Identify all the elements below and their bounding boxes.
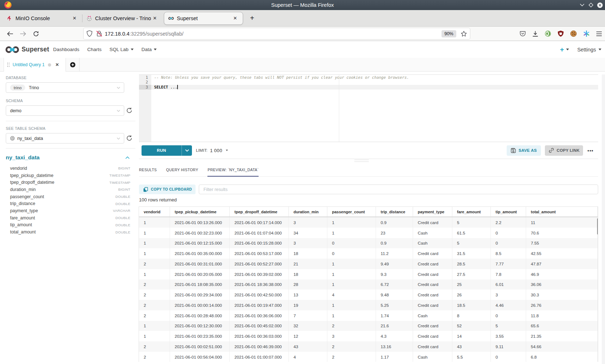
lock-insecure-icon[interactable] xyxy=(96,30,103,37)
downloads-icon[interactable] xyxy=(532,31,538,37)
refresh-tables-icon[interactable] xyxy=(126,135,133,141)
results-tab-results[interactable]: RESULTS xyxy=(139,164,157,176)
drag-handle-icon[interactable] xyxy=(7,63,10,67)
ublock-icon[interactable] xyxy=(557,30,564,37)
table-cell: 26.76 xyxy=(526,300,598,310)
tab-close-icon[interactable]: ✕ xyxy=(71,15,79,21)
nav-item-charts[interactable]: Charts xyxy=(83,47,106,52)
results-tab-preview-ny-taxi-data[interactable]: PREVIEW: `NY_TAXI_DATA` xyxy=(207,164,259,176)
sidebar-column-row[interactable]: total_amountDOUBLE xyxy=(6,228,135,236)
collapse-chevron-up-icon[interactable] xyxy=(125,156,130,159)
add-query-tab-button[interactable] xyxy=(66,58,80,72)
table-row[interactable]: 12021-06-01 00:20:05.0002021-06-01 00:39… xyxy=(139,269,598,279)
sidebar-column-row[interactable]: trip_distanceDOUBLE xyxy=(6,200,135,207)
table-row[interactable]: 12021-06-01 00:12:15.0002021-06-01 00:15… xyxy=(139,238,598,249)
nav-item-dashboards[interactable]: Dashboards xyxy=(49,47,84,52)
table-row[interactable]: 22021-06-01 00:56:04.0002021-06-01 01:00… xyxy=(139,352,598,362)
sidebar-column-row[interactable]: fare_amountDOUBLE xyxy=(6,214,135,222)
table-header-cell[interactable]: vendorid xyxy=(139,207,170,217)
table-row[interactable]: 22021-06-01 00:29:34.0002021-06-01 00:42… xyxy=(139,290,598,300)
browser-tab-superset[interactable]: Superset ✕ xyxy=(164,12,243,25)
table-cell: 11.2 xyxy=(376,248,413,259)
table-cell: 2 xyxy=(327,352,376,362)
table-select[interactable]: ny_taxi_data xyxy=(6,133,124,144)
table-header-cell[interactable]: passenger_count xyxy=(327,207,376,217)
table-row[interactable]: 22021-06-01 00:28:48.0002021-06-01 00:36… xyxy=(139,310,598,321)
page-scrollbar-track[interactable] xyxy=(602,74,605,364)
sql-editor[interactable]: 123 -- Note: Unless you save your query,… xyxy=(139,74,598,142)
sidebar-column-row[interactable]: tip_amountDOUBLE xyxy=(6,222,135,229)
extension-green-icon[interactable] xyxy=(544,30,551,37)
menu-hamburger-icon[interactable] xyxy=(596,31,602,36)
settings-menu[interactable]: Settings xyxy=(577,47,601,53)
save-as-button[interactable]: SAVE AS xyxy=(507,145,541,156)
table-cell: 7 xyxy=(289,310,327,321)
add-new-menu[interactable]: + xyxy=(560,46,569,53)
nav-item-sql-lab[interactable]: SQL Lab xyxy=(106,47,138,52)
table-row[interactable]: 22021-06-01 18:08:35.0002021-06-01 18:36… xyxy=(139,279,598,290)
back-button[interactable] xyxy=(4,28,16,40)
table-cell: 1 xyxy=(327,269,376,279)
table-cell: 11 xyxy=(526,217,598,228)
see-table-schema-label: SEE TABLE SCHEMA xyxy=(6,126,135,131)
more-options-icon[interactable]: ••• xyxy=(587,148,593,153)
bookmark-star-icon[interactable] xyxy=(461,31,467,37)
browser-tab-trino[interactable]: Cluster Overview - Trino ✕ xyxy=(82,10,162,26)
sidebar-column-row[interactable]: vendoridBIGINT xyxy=(6,165,135,172)
superset-logo[interactable]: Superset xyxy=(5,46,49,54)
table-header-cell[interactable]: duration_min xyxy=(289,207,327,217)
table-row[interactable]: 22021-06-01 00:31:01.0002021-06-01 00:52… xyxy=(139,259,598,269)
nav-item-data[interactable]: Data xyxy=(138,47,161,52)
tab-close-icon[interactable]: ✕ xyxy=(231,15,239,21)
pane-resize-handle[interactable] xyxy=(354,160,369,163)
run-button[interactable]: RUN xyxy=(142,145,192,156)
schema-select[interactable]: demo xyxy=(6,105,124,116)
table-header-cell[interactable]: tpep_pickup_datetime xyxy=(170,207,230,217)
tab-close-icon[interactable]: ✕ xyxy=(151,15,159,21)
table-row[interactable]: 22021-06-01 00:02:51.0002021-06-01 00:46… xyxy=(139,341,598,352)
table-row[interactable]: 22021-06-01 00:00:14.0002021-06-01 00:19… xyxy=(139,300,598,310)
reload-button[interactable] xyxy=(30,28,42,40)
window-close-icon[interactable] xyxy=(597,2,603,8)
table-header-cell[interactable]: trip_distance xyxy=(376,207,413,217)
table-header-cell[interactable]: fare_amount xyxy=(452,207,491,217)
shield-icon[interactable] xyxy=(86,30,93,37)
copy-to-clipboard-button[interactable]: COPY TO CLIPBOARD xyxy=(139,185,196,194)
run-caret-icon[interactable] xyxy=(182,145,192,156)
sidebar-column-row[interactable]: payment_typeVARCHAR xyxy=(6,207,135,214)
query-tab-close-icon[interactable]: ✕ xyxy=(55,62,59,67)
sidebar-column-row[interactable]: tpep_dropoff_datetimeTIMESTAMP xyxy=(6,179,135,186)
query-tab-untitled[interactable]: Untitled Query 1 ✕ xyxy=(4,58,66,72)
table-scrollbar-thumb[interactable] xyxy=(597,218,598,235)
zoom-level-badge[interactable]: 90% xyxy=(442,30,456,37)
table-row[interactable]: 12021-06-01 00:13:26.0002021-06-01 00:17… xyxy=(139,217,598,228)
table-row[interactable]: 12021-06-01 00:35:00.0002021-06-01 00:53… xyxy=(139,248,598,259)
table-header-cell[interactable]: tpep_dropoff_datetime xyxy=(230,207,289,217)
sidebar-column-row[interactable]: tpep_pickup_datetimeTIMESTAMP xyxy=(6,172,135,179)
table-header-cell[interactable]: total_amount xyxy=(526,207,598,217)
results-tab-query-history[interactable]: QUERY HISTORY xyxy=(166,164,198,176)
browser-tab-minio[interactable]: MinIO Console ✕ xyxy=(3,10,82,26)
table-header-cell[interactable]: payment_type xyxy=(413,207,452,217)
filter-results-input[interactable]: Filter results xyxy=(199,185,598,194)
pocket-icon[interactable] xyxy=(519,30,526,37)
copy-link-button[interactable]: COPY LINK xyxy=(545,145,583,156)
sidebar-column-row[interactable]: passenger_countDOUBLE xyxy=(6,193,135,200)
window-minimize-icon[interactable] xyxy=(579,2,585,8)
database-select[interactable]: trino Trino xyxy=(6,82,124,93)
window-maximize-icon[interactable] xyxy=(588,2,594,8)
new-tab-button[interactable]: + xyxy=(247,13,257,24)
table-row[interactable]: 12021-06-01 00:23:35.0002021-06-01 00:36… xyxy=(139,331,598,341)
table-header-cell[interactable]: tip_amount xyxy=(491,207,526,217)
forward-button[interactable] xyxy=(17,28,29,40)
refresh-schemas-icon[interactable] xyxy=(126,107,133,114)
cookie-extension-icon[interactable] xyxy=(570,30,577,37)
limit-dropdown[interactable]: LIMIT: 1 000 xyxy=(196,148,228,153)
url-bar[interactable]: 172.18.0.4:32295/superset/sqllab/ 90% xyxy=(84,28,470,39)
sidebar-column-row[interactable]: duration_minBIGINT xyxy=(6,186,135,193)
extension-asterisk-icon[interactable] xyxy=(583,30,590,37)
table-row[interactable]: 12021-06-01 00:12:30.0002021-06-01 00:45… xyxy=(139,321,598,331)
table-row[interactable]: 12021-06-01 00:32:23.0002021-06-01 01:07… xyxy=(139,228,598,238)
table-cell: 65.6 xyxy=(526,321,598,331)
table-cell: 0 xyxy=(491,310,526,321)
